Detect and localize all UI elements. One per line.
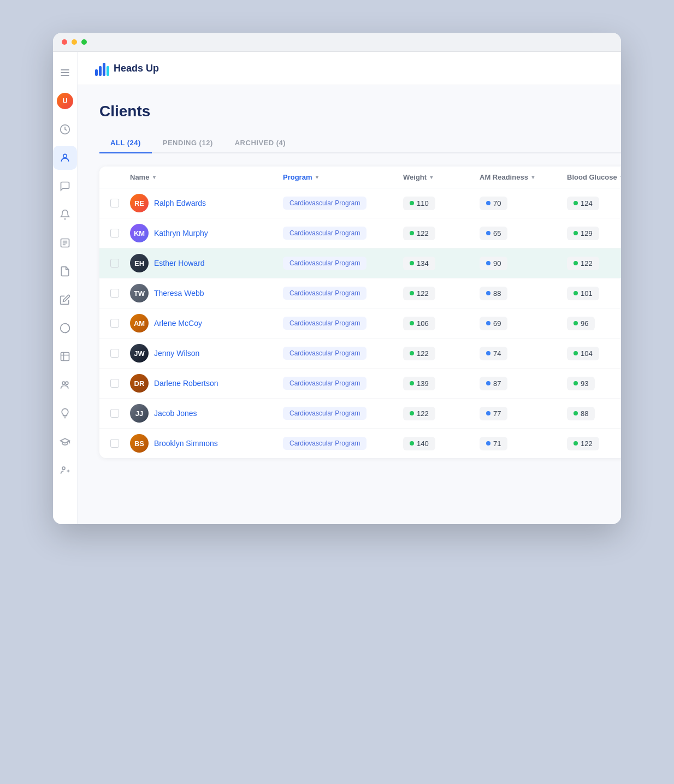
client-name[interactable]: Kathryn Murphy [154, 229, 208, 237]
row-checkbox[interactable] [110, 379, 119, 388]
sidebar-item-notes3[interactable] [53, 288, 77, 312]
close-button[interactable] [62, 39, 67, 45]
sidebar-item-add-client[interactable] [53, 458, 77, 482]
row-checkbox[interactable] [110, 349, 119, 358]
header-am-readiness[interactable]: AM Readiness ▼ [480, 173, 567, 181]
table-row[interactable]: JJ Jacob Jones Cardiovascular Program 12… [99, 399, 621, 429]
client-name[interactable]: Jenny Wilson [154, 349, 199, 358]
client-name[interactable]: Esther Howard [154, 259, 205, 268]
program-cell: Cardiovascular Program [283, 317, 403, 330]
am-dot [486, 261, 490, 265]
client-name[interactable]: Theresa Webb [154, 289, 204, 298]
page-area: Clients ALL (24) PENDING (12) ARCHIVED (… [78, 85, 621, 524]
row-checkbox[interactable] [110, 199, 119, 207]
sidebar-item-clients[interactable] [53, 146, 77, 170]
header-weight[interactable]: Weight ▼ [403, 173, 480, 181]
blood-glucose-badge: 129 [567, 227, 599, 240]
sidebar: U [53, 52, 78, 524]
program-badge: Cardiovascular Program [283, 287, 366, 300]
row-checkbox[interactable] [110, 319, 119, 328]
weight-cell: 122 [403, 407, 480, 420]
tab-archived[interactable]: ARCHIVED (4) [224, 133, 297, 153]
blood-glucose-badge: 104 [567, 347, 599, 360]
header-program[interactable]: Program ▼ [283, 173, 403, 181]
table-row[interactable]: DR Darlene Robertson Cardiovascular Prog… [99, 369, 621, 399]
sidebar-item-profile[interactable]: U [53, 89, 77, 113]
maximize-button[interactable] [81, 39, 87, 45]
client-name[interactable]: Ralph Edwards [154, 199, 206, 207]
glucose-dot [574, 321, 578, 325]
blood-glucose-cell: 122 [567, 257, 621, 270]
sidebar-item-education[interactable] [53, 430, 77, 454]
blood-glucose-badge: 122 [567, 257, 599, 270]
sidebar-item-notes1[interactable] [53, 231, 77, 255]
weight-cell: 122 [403, 227, 480, 240]
logo-bar-3 [103, 63, 105, 76]
row-checkbox[interactable] [110, 409, 119, 418]
row-checkbox[interactable] [110, 439, 119, 448]
row-checkbox[interactable] [110, 289, 119, 298]
svg-point-12 [62, 467, 65, 470]
weight-badge: 134 [403, 257, 435, 270]
sidebar-item-ideas[interactable] [53, 401, 77, 425]
client-name[interactable]: Jacob Jones [154, 409, 197, 418]
program-badge: Cardiovascular Program [283, 227, 366, 240]
row-checkbox[interactable] [110, 259, 119, 268]
blood-glucose-cell: 88 [567, 407, 621, 420]
client-name[interactable]: Arlene McCoy [154, 319, 202, 328]
row-checkbox-cell [110, 379, 130, 388]
program-cell: Cardiovascular Program [283, 257, 403, 270]
am-readiness-cell: 71 [480, 437, 567, 450]
blood-glucose-cell: 129 [567, 227, 621, 240]
am-readiness-badge: 88 [480, 287, 507, 300]
table-row[interactable]: RE Ralph Edwards Cardiovascular Program … [99, 188, 621, 218]
sidebar-item-recipes[interactable] [53, 345, 77, 369]
sidebar-item-chat[interactable] [53, 174, 77, 198]
row-checkbox-cell [110, 439, 130, 448]
client-name[interactable]: Brooklyn Simmons [154, 439, 218, 448]
sidebar-item-alerts[interactable] [53, 203, 77, 227]
client-cell: AM Arlene McCoy [130, 314, 283, 332]
minimize-button[interactable] [72, 39, 77, 45]
header-name[interactable]: Name ▼ [130, 173, 283, 181]
weight-dot [410, 441, 414, 446]
row-checkbox[interactable] [110, 229, 119, 237]
logo-text: Heads Up [114, 63, 159, 74]
page-title: Clients [99, 103, 621, 120]
sidebar-item-notes2[interactable] [53, 259, 77, 283]
program-badge: Cardiovascular Program [283, 347, 366, 360]
table-row[interactable]: AM Arlene McCoy Cardiovascular Program 1… [99, 308, 621, 338]
glucose-dot [574, 411, 578, 415]
table-row[interactable]: JW Jenny Wilson Cardiovascular Program 1… [99, 338, 621, 369]
am-dot [486, 321, 490, 325]
weight-badge: 106 [403, 317, 435, 330]
avatar: TW [130, 284, 149, 302]
sidebar-item-history[interactable] [53, 117, 77, 141]
blood-glucose-cell: 124 [567, 197, 621, 210]
sidebar-item-analytics[interactable] [53, 316, 77, 340]
am-dot [486, 441, 490, 446]
table-row[interactable]: EH Esther Howard Cardiovascular Program … [99, 248, 621, 278]
am-readiness-cell: 69 [480, 317, 567, 330]
program-cell: Cardiovascular Program [283, 347, 403, 360]
table-row[interactable]: BS Brooklyn Simmons Cardiovascular Progr… [99, 429, 621, 458]
glucose-dot [574, 201, 578, 205]
program-cell: Cardiovascular Program [283, 437, 403, 450]
weight-badge: 110 [403, 197, 435, 210]
sidebar-item-team[interactable] [53, 373, 77, 397]
weight-dot [410, 291, 414, 295]
header-blood-glucose[interactable]: Blood Glucose ▼ [567, 173, 621, 181]
program-badge: Cardiovascular Program [283, 317, 366, 330]
glucose-dot [574, 231, 578, 235]
client-cell: JJ Jacob Jones [130, 404, 283, 423]
weight-dot [410, 381, 414, 385]
table-row[interactable]: KM Kathryn Murphy Cardiovascular Program… [99, 218, 621, 248]
glucose-sort-icon: ▼ [619, 174, 621, 180]
sidebar-item-menu[interactable] [53, 61, 77, 85]
tab-pending[interactable]: PENDING (12) [152, 133, 224, 153]
tab-all[interactable]: ALL (24) [99, 133, 152, 153]
table-header: Name ▼ Program ▼ Weight ▼ AM Readiness [99, 167, 621, 188]
client-name[interactable]: Darlene Robertson [154, 379, 218, 388]
tabs: ALL (24) PENDING (12) ARCHIVED (4) [99, 133, 621, 153]
table-row[interactable]: TW Theresa Webb Cardiovascular Program 1… [99, 278, 621, 308]
